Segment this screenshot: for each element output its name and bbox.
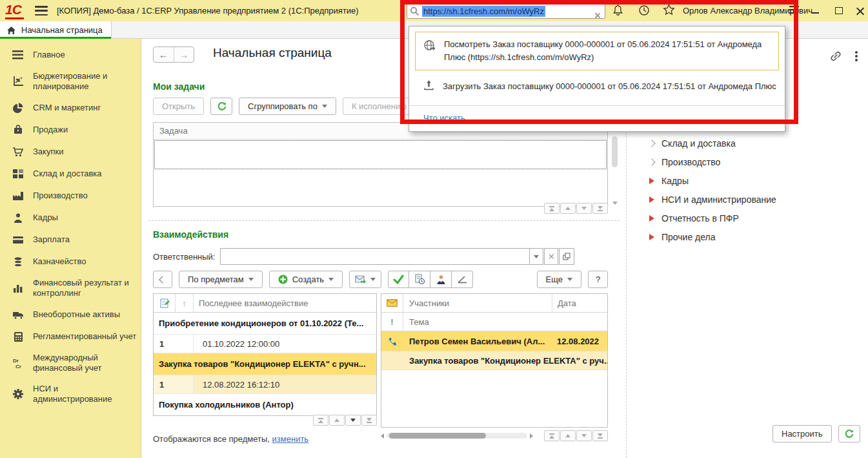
configure-button[interactable]: Настроить: [772, 425, 832, 442]
minimize-button[interactable]: [812, 5, 819, 14]
scroll-up-button[interactable]: [329, 415, 345, 426]
gear-icon: [12, 388, 25, 400]
interaction-topic-row-selected[interactable]: Закупка товаров "Кондиционер ELEKTA" с р…: [381, 351, 607, 370]
scroll-first-button[interactable]: [544, 430, 560, 441]
sidebar-item-label: Бюджетирование и планирование: [33, 71, 137, 92]
sidebar-item-label: НСИ и администрирование: [33, 384, 137, 404]
responsible-dropdown-button[interactable]: [529, 248, 543, 265]
to-execution-button[interactable]: К исполнению: [343, 98, 416, 115]
scroll-first-button[interactable]: [544, 203, 560, 214]
window-title: [КОПИЯ] Демо-база / 1С:ERP Управление пр…: [57, 6, 359, 16]
panel-item-master-data[interactable]: НСИ и администрирование: [627, 190, 868, 209]
close-button[interactable]: [856, 6, 864, 15]
red-arrow-icon: [649, 234, 654, 240]
responsible-open-button[interactable]: [559, 248, 574, 265]
tasks-nav-buttons: [544, 203, 608, 214]
tab-home-page[interactable]: Начальная страница: [0, 21, 112, 39]
subject-detail-row[interactable]: 1 01.10.2022 12:00:00: [154, 335, 376, 353]
responsible-person-button[interactable]: [430, 271, 452, 288]
sidebar-item-salary[interactable]: Зарплата: [0, 229, 141, 251]
sidebar-item-label: Казначейство: [33, 256, 86, 267]
more-button[interactable]: Еще: [537, 271, 581, 288]
search-input[interactable]: https://sh.1cfresh.com/m/oWyRz: [407, 3, 605, 19]
favorites-star-icon[interactable]: [662, 3, 676, 19]
open-task-button[interactable]: Открыть: [153, 98, 204, 115]
help-button[interactable]: ?: [588, 271, 608, 288]
note-icon[interactable]: [154, 294, 176, 312]
main-menu-icon[interactable]: [35, 6, 48, 16]
scroll-down-button[interactable]: [576, 203, 592, 214]
panel-item-hr[interactable]: Кадры: [627, 171, 868, 190]
scroll-up-button[interactable]: [560, 430, 576, 441]
sidebar-item-purchases[interactable]: Закупки: [0, 141, 141, 163]
notifications-bell-icon[interactable]: [612, 4, 624, 19]
date-column[interactable]: Дата: [552, 294, 607, 312]
subject-row[interactable]: Покупка холодильников (Антор): [154, 394, 376, 415]
angle-button[interactable]: [452, 271, 473, 288]
menu-icon: [12, 49, 25, 61]
scroll-last-button[interactable]: [592, 203, 608, 214]
sidebar-item-ifrs[interactable]: DrCr Международный финансовый учет: [0, 348, 141, 379]
download-order-suggestion[interactable]: Загрузить Заказ поставщику 0000-000001 о…: [409, 70, 785, 98]
importance-icon[interactable]: !: [381, 313, 403, 331]
sidebar-item-crm[interactable]: CRM и маркетинг: [0, 97, 141, 119]
change-filter-link[interactable]: изменить: [272, 434, 309, 444]
mark-reviewed-button[interactable]: [388, 271, 409, 288]
sidebar-item-production[interactable]: Производство: [0, 185, 141, 207]
scroll-first-button[interactable]: [313, 415, 328, 426]
sidebar-item-warehouse[interactable]: Склад и доставка: [0, 163, 141, 185]
interaction-row-selected[interactable]: Петров Семен Васильевич (Ал... 12.08.202…: [381, 331, 607, 351]
view-order-suggestion[interactable]: Посмотреть Заказ поставщику 0000-000001 …: [415, 32, 779, 70]
panel-item-warehouse[interactable]: Склад и доставка: [627, 134, 868, 152]
sidebar-item-master-data[interactable]: НСИ и администрирование: [0, 379, 141, 410]
scroll-up-button[interactable]: [560, 203, 576, 214]
panel-item-pfr-reporting[interactable]: Отчетность в ПФР: [627, 209, 868, 227]
refresh-tasks-button[interactable]: [210, 98, 232, 115]
tasks-scrollbar[interactable]: [611, 122, 619, 207]
sidebar-item-treasury[interactable]: Казначейство: [0, 251, 141, 273]
what-to-search-link[interactable]: Что искать: [423, 113, 465, 123]
panel-item-production[interactable]: Производство: [627, 152, 868, 171]
envelope-icon[interactable]: [381, 294, 403, 312]
interactions-hscrollbar[interactable]: [381, 430, 608, 441]
coins-icon: [12, 256, 25, 267]
back-arrow-button[interactable]: ←: [154, 47, 174, 62]
panel-item-other[interactable]: Прочие дела: [627, 227, 868, 246]
subject-row[interactable]: Приобретение кондиционеров от 01.10.2022…: [154, 313, 376, 335]
subject-detail-row-selected[interactable]: 1 12.08.2022 16:12:10: [154, 375, 376, 394]
sidebar-item-budgeting[interactable]: Бюджетирование и планирование: [0, 66, 141, 97]
subjects-nav-buttons: [313, 415, 377, 426]
postpone-document-button[interactable]: [409, 271, 430, 288]
responsible-input[interactable]: [220, 248, 529, 265]
subject-row-selected[interactable]: Закупка товаров "Кондиционер ELEKTA" с р…: [154, 353, 376, 375]
forward-arrow-button[interactable]: →: [174, 47, 194, 62]
get-link-icon[interactable]: [829, 49, 843, 65]
sort-ascending-icon[interactable]: ↑: [176, 294, 194, 312]
scroll-down-button[interactable]: [576, 430, 592, 441]
refresh-panel-button[interactable]: [838, 425, 860, 442]
create-button[interactable]: Создать: [269, 271, 343, 288]
sidebar-item-fixed-assets[interactable]: Внеоборотные активы: [0, 304, 141, 326]
topic-column[interactable]: Тема: [403, 317, 607, 327]
mail-forward-button[interactable]: [349, 271, 381, 288]
sidebar-item-sales[interactable]: Продажи: [0, 119, 141, 141]
service-settings-icon[interactable]: [789, 5, 800, 17]
responsible-clear-button[interactable]: [544, 248, 558, 265]
responsible-row: Ответственный:: [153, 248, 574, 265]
last-interaction-column[interactable]: Последнее взаимодействие: [194, 298, 376, 308]
participants-column[interactable]: Участники: [403, 298, 552, 308]
group-by-button[interactable]: Сгруппировать по: [239, 98, 336, 115]
sidebar-item-regulated[interactable]: Регламентированный учет: [0, 326, 141, 348]
collapse-panel-button[interactable]: [153, 271, 172, 288]
sidebar-item-finresult[interactable]: Финансовый результат и контроллинг: [0, 273, 141, 304]
scroll-down-button[interactable]: [345, 415, 361, 426]
sidebar-item-main[interactable]: Главное: [0, 44, 141, 66]
sidebar-item-hr[interactable]: Кадры: [0, 207, 141, 229]
by-subjects-button[interactable]: По предметам: [179, 271, 263, 288]
tasks-empty-row[interactable]: [154, 140, 607, 169]
scroll-last-button[interactable]: [361, 415, 377, 426]
history-icon[interactable]: [638, 4, 651, 19]
maximize-button[interactable]: [835, 7, 843, 14]
kebab-menu-icon[interactable]: [854, 50, 859, 63]
scroll-last-button[interactable]: [592, 430, 608, 441]
